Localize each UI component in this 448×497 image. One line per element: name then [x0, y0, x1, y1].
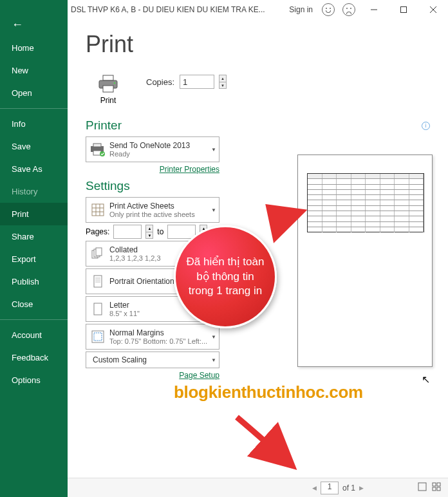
show-margins-button[interactable]: [417, 482, 427, 494]
sign-in-link[interactable]: Sign in: [289, 5, 313, 14]
copies-spinner[interactable]: ▲▼: [219, 75, 227, 89]
svg-rect-4: [103, 75, 113, 80]
watermark-text: blogkienthuctinhoc.com: [174, 382, 363, 402]
printer-dropdown[interactable]: Send To OneNote 2013 Ready ▼: [86, 136, 219, 162]
svg-rect-1: [401, 7, 407, 13]
print-preview: ↖: [297, 155, 433, 406]
sad-face-icon[interactable]: [342, 3, 355, 16]
svg-rect-28: [433, 483, 436, 486]
separator: [0, 319, 68, 320]
svg-rect-29: [437, 483, 440, 486]
svg-point-11: [100, 151, 105, 156]
sidebar-item-options[interactable]: Options: [0, 369, 68, 391]
preview-footer: ◀ 1 of 1 ▶: [68, 478, 448, 497]
sidebar-item-close[interactable]: Close: [0, 293, 68, 315]
svg-rect-9: [93, 144, 101, 147]
page-title: Print: [86, 31, 430, 58]
pages-from-input[interactable]: [113, 225, 142, 239]
copies-input[interactable]: 1: [180, 75, 214, 89]
printer-properties-link[interactable]: Printer Properties: [86, 165, 219, 174]
current-page-input[interactable]: 1: [321, 482, 339, 494]
next-page-button[interactable]: ▶: [359, 485, 364, 491]
sidebar-item-info[interactable]: Info: [0, 113, 68, 135]
sidebar-item-share[interactable]: Share: [0, 225, 68, 248]
chevron-down-icon: ▼: [209, 207, 219, 213]
portrait-icon: [86, 274, 109, 288]
back-arrow-icon[interactable]: ←: [0, 13, 68, 37]
page-of-label: of 1: [342, 483, 355, 492]
sidebar-item-save[interactable]: Save: [0, 135, 68, 158]
svg-rect-6: [103, 86, 113, 92]
close-button[interactable]: [418, 0, 448, 19]
window-title: DSL THVP K6 A, B - DU DIEU KIEN DU KIEM …: [71, 5, 284, 14]
svg-rect-19: [96, 248, 102, 256]
sidebar-item-history[interactable]: History: [0, 180, 68, 203]
svg-rect-12: [92, 204, 104, 216]
printer-name: Send To OneNote 2013: [109, 141, 209, 150]
sidebar-item-print[interactable]: Print: [0, 203, 68, 225]
collated-icon: [86, 247, 109, 261]
scaling-dropdown[interactable]: Custom Scaling ▼: [86, 352, 219, 368]
svg-rect-27: [418, 483, 426, 491]
minimize-button[interactable]: [359, 0, 389, 19]
sidebar-item-new[interactable]: New: [0, 59, 68, 82]
sidebar-item-feedback[interactable]: Feedback: [0, 346, 68, 369]
pages-to-label: to: [157, 227, 163, 236]
printer-section-header: Printer i: [86, 118, 430, 133]
sidebar-item-publish[interactable]: Publish: [0, 270, 68, 293]
copies-label: Copies:: [146, 77, 174, 87]
happy-face-icon[interactable]: [322, 3, 335, 16]
pages-label: Pages:: [86, 227, 109, 236]
margins-icon: [86, 330, 109, 344]
printer-button-icon: [97, 74, 119, 93]
sidebar-item-save-as[interactable]: Save As: [0, 158, 68, 180]
preview-content-table: [307, 173, 424, 232]
mouse-cursor-icon: ↖: [422, 373, 430, 386]
page-setup-link[interactable]: Page Setup: [86, 371, 219, 380]
svg-point-7: [114, 82, 116, 84]
info-icon[interactable]: i: [422, 122, 430, 130]
arrow-annotation: [232, 412, 303, 470]
maximize-button[interactable]: [389, 0, 418, 19]
pages-from-spinner[interactable]: ▲▼: [145, 225, 153, 239]
printer-icon: [86, 142, 109, 156]
sidebar-item-home[interactable]: Home: [0, 37, 68, 59]
svg-rect-31: [437, 487, 440, 491]
preview-page: [297, 155, 433, 367]
prev-page-button[interactable]: ◀: [312, 485, 317, 491]
separator: [0, 108, 68, 109]
sidebar-item-account[interactable]: Account: [0, 324, 68, 346]
chevron-down-icon: ▼: [209, 147, 219, 153]
callout-bubble: Đã hiển thị toàn bộ thông tin trong 1 tr…: [174, 225, 277, 328]
callout-annotation: Đã hiển thị toàn bộ thông tin trong 1 tr…: [174, 214, 283, 342]
sheets-icon: [86, 203, 109, 217]
paper-icon: [86, 302, 109, 316]
chevron-down-icon: ▼: [209, 357, 219, 363]
backstage-sidebar: ← Home New Open Info Save Save As Histor…: [0, 0, 68, 497]
svg-rect-24: [94, 303, 102, 315]
sidebar-item-export[interactable]: Export: [0, 248, 68, 270]
svg-rect-20: [94, 276, 102, 287]
print-button[interactable]: Print: [86, 70, 131, 109]
printer-status: Ready: [109, 150, 209, 158]
svg-rect-30: [433, 487, 436, 491]
sidebar-item-open[interactable]: Open: [0, 82, 68, 104]
print-button-label: Print: [86, 96, 130, 105]
zoom-to-page-button[interactable]: [431, 482, 442, 494]
